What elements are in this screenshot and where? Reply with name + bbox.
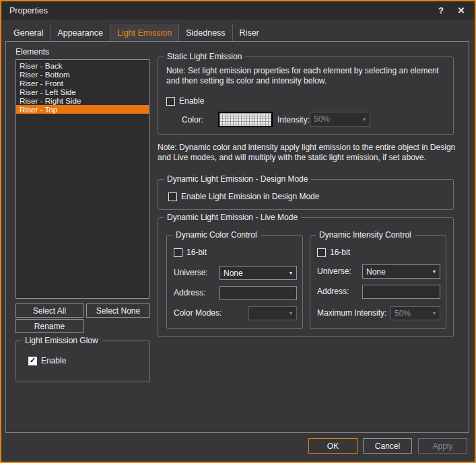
list-item[interactable]: Riser - Back — [16, 61, 149, 70]
static-group-title: Static Light Emission — [164, 52, 245, 62]
static-light-emission-group: Static Light Emission Note: Set light em… — [158, 57, 454, 135]
list-item[interactable]: Riser - Right Side — [16, 96, 149, 105]
design-enable-checkbox[interactable] — [168, 192, 177, 201]
intensity-universe-label: Universe: — [317, 266, 351, 276]
color-address-label: Address: — [174, 288, 205, 297]
tab-general[interactable]: General — [7, 24, 50, 41]
ok-button[interactable]: OK — [308, 438, 358, 454]
select-none-button[interactable]: Select None — [86, 304, 150, 318]
dynamic-color-control-group: Dynamic Color Control 16-bit Universe: N… — [166, 235, 303, 329]
window-title: Properties — [9, 6, 48, 15]
chevron-down-icon: ▼ — [359, 112, 370, 126]
help-icon: ? — [438, 5, 444, 15]
chevron-down-icon: ▼ — [285, 266, 296, 279]
intensity-address-label: Address: — [317, 287, 349, 296]
intensity-select[interactable]: 50% ▼ — [310, 112, 370, 127]
tab-light-emission[interactable]: Light Emission — [110, 24, 178, 41]
chevron-down-icon: ▼ — [429, 265, 440, 278]
rename-button[interactable]: Rename — [15, 319, 83, 333]
live-group-title: Dynamic Light Emission - Live Mode — [164, 213, 301, 223]
color-address-input[interactable] — [219, 286, 297, 300]
color-control-title: Dynamic Color Control — [172, 230, 261, 240]
static-enable-label: Enable — [179, 96, 204, 106]
help-button[interactable]: ? — [434, 4, 448, 17]
glow-group-title: Light Emission Glow — [22, 336, 102, 346]
chevron-down-icon: ▼ — [429, 307, 440, 320]
design-mode-group: Dynamic Light Emission - Design Mode Ena… — [158, 179, 454, 210]
design-group-title: Dynamic Light Emission - Design Mode — [164, 174, 311, 184]
glow-enable-checkbox[interactable] — [28, 357, 37, 365]
elements-label: Elements — [15, 47, 49, 57]
glow-enable-label: Enable — [41, 356, 66, 365]
color-universe-label: Universe: — [174, 268, 208, 277]
list-item[interactable]: Riser - Bottom — [16, 70, 149, 79]
tab-page: Elements Riser - Back Riser - Bottom Ris… — [5, 41, 469, 433]
color-swatch-button[interactable] — [218, 112, 273, 127]
cancel-button[interactable]: Cancel — [363, 438, 412, 454]
dynamic-note: Note: Dynamic color and intensity apply … — [158, 143, 462, 163]
max-intensity-label: Maximum Intensity: — [317, 308, 386, 318]
static-note: Note: Set light emission properties for … — [166, 66, 452, 86]
list-item[interactable]: Riser - Top — [16, 105, 149, 114]
close-button[interactable]: ✕ — [454, 4, 468, 17]
design-enable-label: Enable Light Emission in Design Mode — [181, 192, 319, 201]
intensity-16bit-checkbox[interactable] — [317, 248, 326, 257]
tab-sidedness[interactable]: Sidedness — [178, 24, 232, 41]
tab-riser[interactable]: Riser — [232, 24, 266, 41]
color-label: Color: — [182, 115, 203, 124]
close-icon: ✕ — [458, 5, 465, 15]
dynamic-intensity-control-group: Dynamic Intensity Control 16-bit Univers… — [310, 235, 446, 329]
color-modes-select[interactable]: ▼ — [248, 306, 297, 320]
intensity-universe-select[interactable]: None ▼ — [362, 264, 440, 279]
properties-dialog: Properties ? ✕ General Appearance Light … — [0, 0, 476, 463]
list-item[interactable]: Riser - Left Side — [16, 87, 149, 96]
intensity-label: Intensity: — [277, 115, 310, 124]
max-intensity-select[interactable]: 50% ▼ — [390, 306, 440, 320]
intensity-16bit-label: 16-bit — [330, 248, 350, 257]
elements-listbox[interactable]: Riser - Back Riser - Bottom Riser - Fron… — [15, 59, 149, 299]
live-mode-group: Dynamic Light Emission - Live Mode Dynam… — [158, 217, 454, 337]
select-all-button[interactable]: Select All — [15, 304, 83, 318]
color-modes-label: Color Modes: — [174, 308, 222, 318]
light-emission-glow-group: Light Emission Glow Enable — [15, 341, 150, 382]
chevron-down-icon: ▼ — [285, 307, 296, 320]
apply-button[interactable]: Apply — [418, 438, 467, 454]
tab-strip: General Appearance Light Emission Sidedn… — [7, 24, 266, 41]
intensity-address-input[interactable] — [362, 285, 440, 299]
intensity-control-title: Dynamic Intensity Control — [316, 230, 415, 240]
static-enable-checkbox[interactable] — [166, 97, 175, 106]
title-bar[interactable]: Properties ? ✕ — [1, 1, 475, 20]
color-16bit-label: 16-bit — [186, 248, 207, 257]
tab-appearance[interactable]: Appearance — [50, 24, 109, 41]
color-universe-select[interactable]: None ▼ — [219, 266, 297, 280]
list-item[interactable]: Riser - Front — [16, 79, 149, 87]
color-16bit-checkbox[interactable] — [174, 248, 182, 257]
